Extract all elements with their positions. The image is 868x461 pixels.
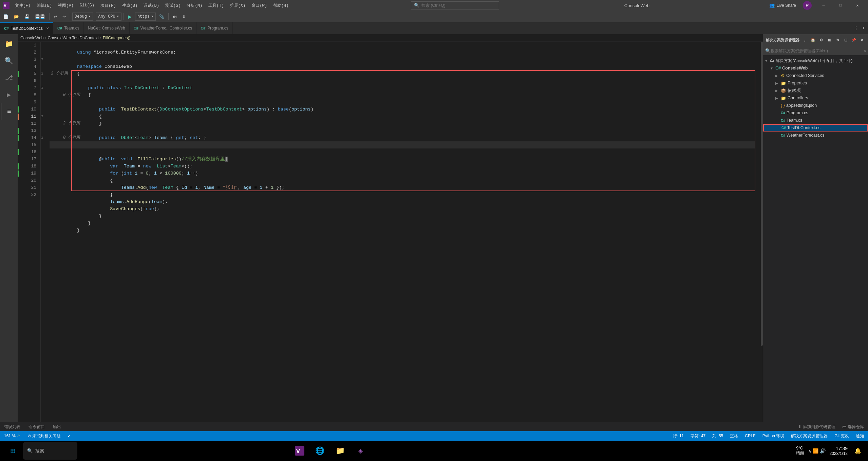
taskbar-edge-btn[interactable]: 🌐 <box>311 442 329 460</box>
menu-tools[interactable]: 工具(T) <box>206 1 227 10</box>
save-btn[interactable]: 💾 <box>22 12 32 21</box>
status-col[interactable]: 列: 55 <box>711 431 724 441</box>
run-config-dropdown[interactable]: https ▾ <box>135 13 156 21</box>
status-char[interactable]: 字符: 47 <box>689 431 707 441</box>
menu-build[interactable]: 生成(B) <box>119 1 140 10</box>
live-share-area[interactable]: 👥 Live Share <box>769 3 796 8</box>
tree-connected-services[interactable]: ▶ ⚙ Connected Services <box>763 72 868 79</box>
status-encoding[interactable]: CRLF <box>743 431 757 441</box>
panel-sync-btn[interactable]: ↕ <box>801 37 808 44</box>
status-errors[interactable]: ⊘ 未找到相关问题 <box>26 431 62 441</box>
tab-nuget[interactable]: NuGet: ConsoleWeb <box>84 22 130 34</box>
fold-5[interactable]: □ <box>41 70 47 77</box>
solution-search-bar[interactable]: 🔍 ✕ <box>763 46 868 56</box>
tree-controllers[interactable]: ▶ 📁 Controllers <box>763 94 868 102</box>
tab-team[interactable]: C# Team.cs <box>53 22 84 34</box>
attach-btn[interactable]: 📎 <box>157 12 166 21</box>
taskbar-search[interactable]: 🔍 搜索 <box>23 442 77 460</box>
run-btn[interactable]: ▶ <box>126 12 134 21</box>
breadcrumb-part1[interactable]: ConsoleWeb <box>20 36 43 40</box>
menu-file[interactable]: 文件(F) <box>12 1 33 10</box>
menu-project[interactable]: 项目(P) <box>98 1 119 10</box>
taskbar-vs-btn[interactable]: V <box>291 442 308 460</box>
menu-extensions[interactable]: 扩展(X) <box>227 1 248 10</box>
debug-mode-dropdown[interactable]: Debug ▾ <box>72 13 93 21</box>
status-python-env[interactable]: Python 环境 <box>761 431 786 441</box>
menu-view[interactable]: 视图(V) <box>55 1 76 10</box>
tray-volume-icon[interactable]: 🔊 <box>820 448 826 454</box>
tree-weatherforecast-cs[interactable]: C# WeatherForecast.cs <box>763 132 868 139</box>
global-search-input[interactable] <box>421 3 496 8</box>
time-widget[interactable]: 17:39 2023/1/12 <box>830 446 848 456</box>
scrollbar-thumb[interactable] <box>761 42 763 346</box>
status-sol-explorer[interactable]: 解决方案资源管理器 <box>790 431 829 441</box>
panel-refresh-btn[interactable]: ↻ <box>834 37 841 44</box>
bottom-tab-command[interactable]: 命令窗口 <box>27 422 46 432</box>
activity-outline[interactable]: ≡ <box>1 103 17 120</box>
add-to-source-control-btn[interactable]: ⬆ 添加到源代码管理 <box>797 422 837 432</box>
tree-solution[interactable]: ▼ 🗂 解决方案 'ConsoleWeb' (1 个项目，共 1 个) <box>763 57 868 64</box>
tree-project-consoleweb[interactable]: ▼ C# ConsoleWeb <box>763 64 868 72</box>
undo-btn[interactable]: ↩ <box>52 12 59 21</box>
activity-search[interactable]: 🔍 <box>1 53 17 69</box>
status-git-changes[interactable]: Git 更改 <box>833 431 850 441</box>
tab-close-testdbcontext[interactable]: ✕ <box>46 26 49 30</box>
redo-btn[interactable]: ↪ <box>60 12 68 21</box>
close-button[interactable]: ✕ <box>850 0 865 11</box>
maximize-button[interactable]: □ <box>833 0 848 11</box>
bottom-tab-errors[interactable]: 错误列表 <box>3 422 22 432</box>
activity-explorer[interactable]: 📁 <box>1 36 17 52</box>
fold-3[interactable]: □ <box>41 56 47 63</box>
global-search[interactable]: 🔍 <box>411 1 499 9</box>
taskbar-vscode-btn[interactable]: ◈ <box>352 442 370 460</box>
platform-dropdown[interactable]: Any CPU ▾ <box>96 13 121 21</box>
tab-program[interactable]: C# Program.cs <box>196 22 232 34</box>
bottom-tab-output[interactable]: 输出 <box>52 422 62 432</box>
taskbar-explorer-btn[interactable]: 📁 <box>332 442 349 460</box>
tab-new-btn[interactable]: + <box>860 24 867 33</box>
tray-network-icon[interactable]: 📶 <box>813 448 818 454</box>
start-button[interactable]: ⊞ <box>4 442 22 460</box>
solution-search-clear[interactable]: ✕ <box>864 48 866 53</box>
activity-run[interactable]: ▶ <box>1 86 17 103</box>
tab-list-btn[interactable]: ⋮ <box>852 24 860 33</box>
notification-btn[interactable]: 🔔 <box>852 442 864 460</box>
tree-program-cs[interactable]: C# Program.cs <box>763 109 868 117</box>
status-notifications[interactable]: 通知 <box>854 431 865 441</box>
solution-search-input[interactable] <box>771 48 864 53</box>
code-editor[interactable]: 1 2 3 4 5 6 7 8 9 10 11 12 13 14 15 16 1… <box>18 42 763 422</box>
panel-filter-btn[interactable]: ⊞ <box>826 37 833 44</box>
menu-analyze[interactable]: 分析(N) <box>184 1 205 10</box>
panel-pin-btn[interactable]: 📌 <box>850 37 857 44</box>
tree-team-cs[interactable]: C# Team.cs <box>763 117 868 124</box>
code-content[interactable]: using Microsoft.EntityFrameworkCore; nam… <box>47 42 758 422</box>
save-all-btn[interactable]: 💾💾 <box>33 12 47 21</box>
activity-git[interactable]: ⎇ <box>1 69 17 86</box>
menu-test[interactable]: 测试(S) <box>163 1 184 10</box>
menu-debug[interactable]: 调试(D) <box>141 1 162 10</box>
status-line[interactable]: 行: 11 <box>672 431 685 441</box>
menu-help[interactable]: 帮助(H) <box>270 1 291 10</box>
breadcrumb-part3[interactable]: FillCategories() <box>103 36 130 40</box>
user-avatar[interactable]: R <box>803 1 812 10</box>
tab-weatherforecast[interactable]: C# WeatherForec...Controller.cs <box>130 22 197 34</box>
open-btn[interactable]: 📂 <box>12 12 21 21</box>
step-into-btn[interactable]: ⬇ <box>180 12 188 21</box>
menu-git[interactable]: Git(G) <box>77 2 97 9</box>
tray-up-icon[interactable]: ∧ <box>808 448 811 454</box>
weather-widget[interactable]: 9°C 晴朗 <box>796 446 804 456</box>
tree-properties[interactable]: ▶ 📁 Properties <box>763 79 868 87</box>
fold-7[interactable]: □ <box>41 84 47 92</box>
panel-home-btn[interactable]: 🏠 <box>810 37 816 44</box>
select-repo-btn[interactable]: 🗃 选择仓库 <box>841 422 865 432</box>
panel-collapse-btn[interactable]: ⊟ <box>842 37 849 44</box>
breadcrumb-part2[interactable]: ConsoleWeb.TestDbContext <box>48 36 99 40</box>
tree-dependencies[interactable]: ▶ 📦 依赖项 <box>763 87 868 94</box>
status-check[interactable]: ✓ <box>66 431 72 441</box>
minimize-button[interactable]: ─ <box>816 0 831 11</box>
new-file-btn[interactable]: 📄 <box>1 12 11 21</box>
panel-close-btn[interactable]: ✕ <box>858 37 865 44</box>
menu-window[interactable]: 窗口(W) <box>249 1 270 10</box>
tree-testdbcontext-cs[interactable]: C# TestDbContext.cs <box>763 124 868 132</box>
panel-settings-btn[interactable]: ⚙ <box>818 37 825 44</box>
